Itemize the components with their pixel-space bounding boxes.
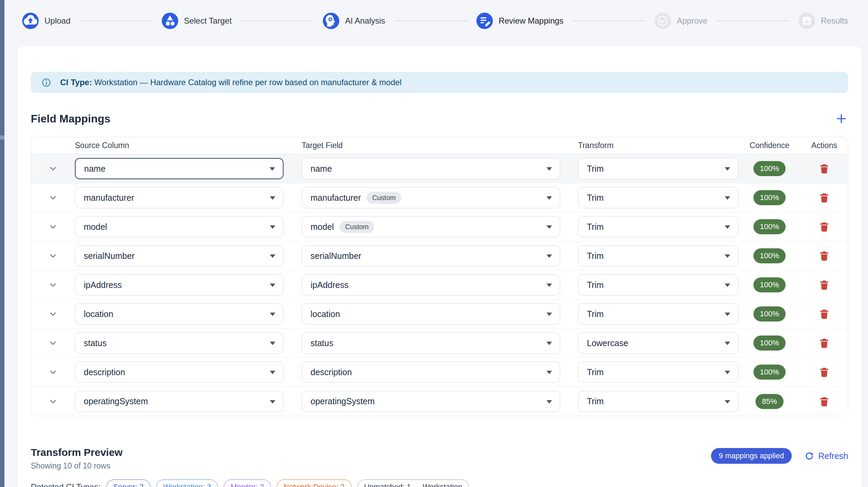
target-field-select[interactable]: modelCustom <box>302 216 560 237</box>
target-field-select[interactable]: location <box>302 303 560 325</box>
row-expand-chevron-icon[interactable] <box>48 163 58 174</box>
delete-row-button[interactable] <box>818 307 831 321</box>
add-mapping-button[interactable] <box>834 112 848 126</box>
ci-type-banner: CI Type: Workstation — Hardware Catalog … <box>31 72 848 93</box>
trash-icon <box>818 278 830 291</box>
source-column-select[interactable]: model <box>75 216 284 237</box>
table-header-row: Source Column Target Field Transform Con… <box>31 137 848 154</box>
transform-select[interactable]: Trim <box>578 274 738 295</box>
custom-field-badge: Custom <box>367 192 401 204</box>
row-expand-chevron-icon[interactable] <box>48 251 58 261</box>
source-column-select[interactable]: description <box>75 361 284 383</box>
source-column-select[interactable]: ipAddress <box>75 274 284 295</box>
step-ai-analysis[interactable]: AI Analysis <box>323 13 385 29</box>
confidence-badge: 100% <box>753 161 786 176</box>
sidebar-divider <box>0 135 4 140</box>
delete-row-button[interactable] <box>818 191 831 205</box>
ci-type-chip: Network Device: 2 <box>277 479 352 487</box>
source-column-select[interactable]: status <box>75 332 284 354</box>
step-results[interactable]: Results <box>799 13 848 29</box>
table-row: model modelCustom Trim 100% <box>31 212 848 241</box>
transform-select[interactable]: Trim <box>578 245 738 266</box>
chevron-down-icon <box>725 371 730 374</box>
source-column-select[interactable]: operatingSystem <box>75 391 284 412</box>
header-source-column: Source Column <box>75 141 284 150</box>
source-column-select[interactable]: manufacturer <box>75 187 284 208</box>
chevron-down-icon <box>725 254 730 258</box>
delete-row-button[interactable] <box>818 365 831 379</box>
trash-icon <box>818 337 830 350</box>
transform-select[interactable]: Lowercase <box>578 332 738 354</box>
transform-select[interactable]: Trim <box>578 391 738 412</box>
transform-select[interactable]: Trim <box>578 158 738 179</box>
delete-row-button[interactable] <box>818 162 831 175</box>
table-row: serialNumber serialNumber Trim 100% <box>31 241 848 271</box>
ci-type-chip: Monitor: 2 <box>224 479 271 487</box>
chevron-down-icon <box>725 196 730 200</box>
target-field-select[interactable]: ipAddress <box>302 274 560 295</box>
step-approve[interactable]: Approve <box>655 13 707 29</box>
header-actions: Actions <box>801 141 848 150</box>
trash-icon <box>818 307 830 320</box>
header-transform: Transform <box>578 141 738 150</box>
target-field-select[interactable]: operatingSystem <box>302 391 560 412</box>
banner-message: Workstation — Hardware Catalog will refi… <box>92 78 402 87</box>
row-expand-chevron-icon[interactable] <box>48 338 58 348</box>
chevron-down-icon <box>547 167 552 171</box>
delete-row-button[interactable] <box>818 336 831 350</box>
step-upload[interactable]: Upload <box>22 13 70 29</box>
chevron-down-icon <box>270 284 275 287</box>
table-row: location location Trim 100% <box>31 300 848 329</box>
step-review-mappings[interactable]: Review Mappings <box>476 13 563 29</box>
transform-select[interactable]: Trim <box>578 187 738 208</box>
main-card: CI Type: Workstation — Hardware Catalog … <box>17 46 862 487</box>
target-field-select[interactable]: status <box>302 332 560 354</box>
target-field-select[interactable]: serialNumber <box>302 245 560 266</box>
plus-icon <box>835 113 847 125</box>
table-row: name name Trim 100% <box>31 154 848 183</box>
target-field-select[interactable]: description <box>302 361 560 383</box>
delete-row-button[interactable] <box>818 278 831 292</box>
transform-select[interactable]: Trim <box>578 216 738 237</box>
row-expand-chevron-icon[interactable] <box>48 193 58 203</box>
target-field-select[interactable]: name <box>302 158 560 179</box>
step-label-review-mappings: Review Mappings <box>499 16 563 26</box>
confidence-badge: 100% <box>753 306 786 321</box>
info-icon <box>40 77 52 89</box>
check-circle-icon <box>655 13 671 29</box>
transform-select[interactable]: Trim <box>578 303 738 325</box>
chevron-down-icon <box>725 284 730 287</box>
delete-row-button[interactable] <box>818 395 831 408</box>
step-label-ai-analysis: AI Analysis <box>345 16 385 26</box>
chevron-down-icon <box>547 254 552 258</box>
row-expand-chevron-icon[interactable] <box>48 367 58 377</box>
delete-row-button[interactable] <box>818 220 831 234</box>
chevron-down-icon <box>547 371 552 374</box>
source-column-select[interactable]: serialNumber <box>75 245 284 266</box>
confidence-badge: 100% <box>753 219 786 234</box>
step-connector <box>394 21 467 21</box>
refresh-button[interactable]: Refresh <box>805 451 848 461</box>
edit-list-icon <box>476 13 493 29</box>
chevron-down-icon <box>725 342 730 345</box>
source-column-select[interactable]: name <box>75 158 284 179</box>
step-select-target[interactable]: Select Target <box>162 13 232 29</box>
field-mappings-table: Source Column Target Field Transform Con… <box>31 137 848 416</box>
step-label-select-target: Select Target <box>184 16 232 26</box>
ci-type-chip: Workstation: 3 <box>156 479 218 487</box>
banner-prefix: CI Type: <box>60 78 92 87</box>
row-expand-chevron-icon[interactable] <box>48 309 58 319</box>
trash-icon <box>818 162 830 175</box>
ci-type-chip: Unmatched: 1 → Workstation <box>357 479 469 487</box>
row-expand-chevron-icon[interactable] <box>48 222 58 232</box>
delete-row-button[interactable] <box>818 249 831 263</box>
target-field-select[interactable]: manufacturerCustom <box>302 187 560 208</box>
confidence-badge: 100% <box>753 335 786 351</box>
chevron-down-icon <box>547 284 552 287</box>
step-connector <box>80 21 153 21</box>
transform-select[interactable]: Trim <box>578 361 738 383</box>
row-expand-chevron-icon[interactable] <box>48 396 58 407</box>
row-expand-chevron-icon[interactable] <box>48 280 58 290</box>
source-column-select[interactable]: location <box>75 303 284 325</box>
step-connector <box>241 21 314 21</box>
